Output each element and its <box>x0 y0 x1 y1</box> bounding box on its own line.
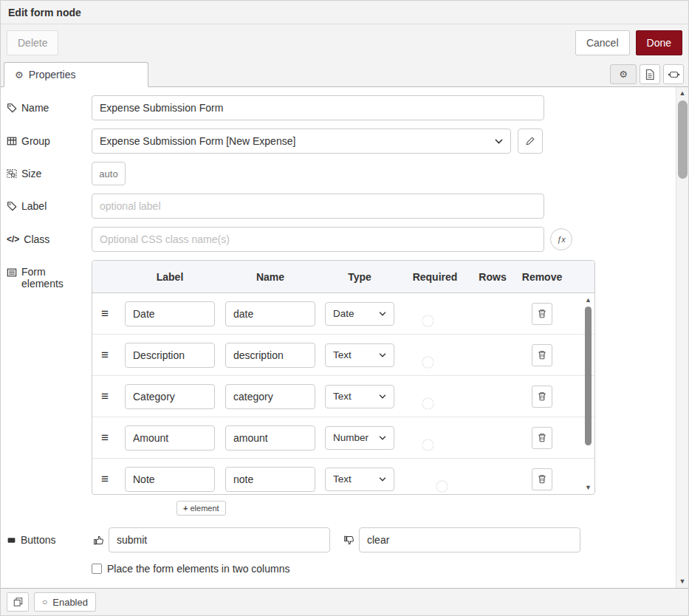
button-icon <box>7 535 16 545</box>
delete-button[interactable]: Delete <box>7 30 58 55</box>
delete-element-button[interactable] <box>532 468 552 490</box>
name-input[interactable] <box>92 95 544 120</box>
submit-button-label-input[interactable] <box>109 527 330 552</box>
column-header-label: Label <box>122 271 218 283</box>
element-type-select[interactable]: Date <box>325 302 394 326</box>
edit-group-button[interactable] <box>518 129 543 154</box>
element-label-input[interactable] <box>125 301 215 326</box>
list-scrollbar[interactable]: ▲ ▼ <box>583 295 593 493</box>
drag-handle-icon[interactable]: ≡ <box>98 472 117 487</box>
element-type-select[interactable]: Number <box>325 426 394 450</box>
element-name-input[interactable] <box>225 467 315 492</box>
document-icon <box>645 69 655 81</box>
chevron-down-icon <box>379 436 386 440</box>
scroll-up-icon[interactable]: ▲ <box>585 295 592 305</box>
buttons-label: Buttons <box>7 534 92 546</box>
delete-element-button[interactable] <box>532 427 552 449</box>
two-columns-label: Place the form elements in two columns <box>107 563 289 575</box>
class-input[interactable] <box>92 227 544 252</box>
properties-gear-button[interactable]: ⚙ <box>610 64 637 84</box>
column-header-type: Type <box>323 271 397 283</box>
column-header-rows: Rows <box>473 271 512 283</box>
appearance-button[interactable] <box>663 64 684 84</box>
table-icon <box>7 136 17 146</box>
element-type-select[interactable]: Text <box>325 343 394 367</box>
tab-properties[interactable]: ⚙ Properties <box>4 62 148 87</box>
element-label-input[interactable] <box>125 384 215 409</box>
form-elements-list: ≡ Date <box>92 293 594 494</box>
element-label-input[interactable] <box>125 425 215 451</box>
done-button[interactable]: Done <box>636 30 682 55</box>
group-row: Group Expense Submission Form [New Expen… <box>7 129 671 154</box>
size-auto-button[interactable]: auto <box>92 162 126 185</box>
form-element-row-note: ≡ Text <box>92 459 594 494</box>
description-button[interactable] <box>640 64 660 84</box>
form-elements-label: Form elements <box>7 260 92 290</box>
chevron-down-icon <box>379 477 386 482</box>
label-input[interactable] <box>92 194 544 219</box>
element-name-input[interactable] <box>225 384 315 409</box>
group-select[interactable]: Expense Submission Form [New Expense] <box>92 129 511 154</box>
add-element-button[interactable]: + element <box>176 501 226 516</box>
drag-handle-icon[interactable]: ≡ <box>98 348 117 363</box>
scroll-down-icon[interactable]: ▼ <box>585 482 592 493</box>
form-elements-table: Label Name Type Required Rows Remove ≡ <box>92 260 595 495</box>
tab-properties-label: Properties <box>29 69 76 81</box>
tab-right-buttons: ⚙ <box>610 64 684 84</box>
size-row: Size auto <box>7 162 671 185</box>
element-name-input[interactable] <box>225 343 315 368</box>
layers-icon <box>13 597 24 607</box>
drag-handle-icon[interactable]: ≡ <box>98 307 117 321</box>
clear-button-label-input[interactable] <box>359 527 580 552</box>
class-label: </> Class <box>7 233 92 245</box>
column-header-remove: Remove <box>516 271 568 283</box>
scroll-down-icon[interactable]: ▼ <box>679 575 686 588</box>
properties-content: Name Group Expense Submission Form [New … <box>1 87 676 588</box>
column-header-name: Name <box>222 271 318 283</box>
name-label: Name <box>7 102 92 114</box>
dialog-toolbar: Delete Cancel Done <box>1 24 688 61</box>
delete-element-button[interactable] <box>532 344 552 366</box>
main-scrollbar-thumb[interactable] <box>678 100 688 179</box>
element-label-input[interactable] <box>125 467 215 492</box>
two-columns-checkbox[interactable] <box>92 564 102 574</box>
drag-handle-icon[interactable]: ≡ <box>98 389 117 404</box>
class-expand-button[interactable]: ƒx <box>550 228 572 250</box>
group-label: Group <box>7 135 92 147</box>
cancel-button[interactable]: Cancel <box>575 30 630 55</box>
plus-icon: + <box>183 504 188 513</box>
main-scrollbar[interactable]: ▲ ▼ <box>676 87 688 588</box>
gear-icon: ⚙ <box>15 69 24 81</box>
thumbs-down-icon <box>343 535 354 546</box>
form-element-row-amount: ≡ Number <box>92 417 594 459</box>
name-row: Name <box>7 95 671 120</box>
node-info-button[interactable] <box>7 592 29 612</box>
form-elements-header: Label Name Type Required Rows Remove <box>92 261 594 293</box>
tag-icon <box>7 103 17 113</box>
delete-element-button[interactable] <box>532 303 552 325</box>
trash-icon <box>537 308 547 319</box>
code-icon: </> <box>7 234 19 244</box>
dialog-body: Name Group Expense Submission Form [New … <box>1 87 688 588</box>
thumbs-up-icon <box>93 535 104 546</box>
gear-icon: ⚙ <box>619 69 628 80</box>
node-appearance-icon <box>668 69 680 80</box>
enabled-label: Enabled <box>52 597 88 608</box>
element-type-select[interactable]: Text <box>325 468 394 491</box>
trash-icon <box>537 473 547 485</box>
list-scrollbar-thumb[interactable] <box>585 307 592 445</box>
element-type-select[interactable]: Text <box>325 385 394 408</box>
edit-form-node-dialog: Edit form node Delete Cancel Done ⚙ Prop… <box>0 0 689 616</box>
chevron-down-icon <box>379 353 386 357</box>
element-name-input[interactable] <box>225 425 315 451</box>
object-group-icon <box>7 168 17 179</box>
scroll-up-icon[interactable]: ▲ <box>679 87 686 100</box>
class-row: </> Class ƒx <box>7 227 671 252</box>
dialog-footer: ○ Enabled <box>1 588 688 615</box>
drag-handle-icon[interactable]: ≡ <box>98 431 117 445</box>
buttons-row: Buttons <box>7 527 671 552</box>
enabled-toggle-button[interactable]: ○ Enabled <box>34 592 96 612</box>
element-label-input[interactable] <box>125 343 215 368</box>
delete-element-button[interactable] <box>532 386 552 408</box>
element-name-input[interactable] <box>225 301 315 326</box>
